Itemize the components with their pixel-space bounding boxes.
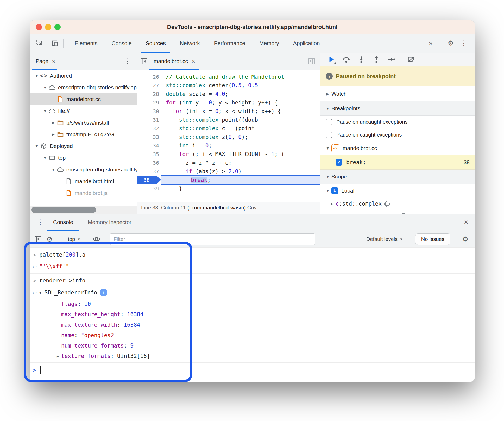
pause-exceptions-row[interactable]: Pause on caught exceptions (320, 128, 475, 141)
device-toolbar-icon[interactable] (50, 39, 59, 48)
console-output[interactable]: >palette[200].a‹·"'\\xff'">renderer->inf… (30, 247, 475, 382)
step-out-button[interactable] (372, 55, 381, 63)
checkbox-unchecked[interactable] (326, 132, 332, 138)
tree-item-authored[interactable]: ▼<>Authored (30, 70, 137, 82)
line-number[interactable]: 31 (137, 115, 162, 124)
console-sidebar-icon[interactable] (34, 235, 42, 244)
tab-elements[interactable]: Elements (68, 34, 105, 53)
tab-sources[interactable]: Sources (139, 34, 173, 53)
chevron-right-icon[interactable]: ▶ (54, 354, 61, 358)
console-property-row[interactable]: num_texture_formats: 9 (30, 340, 475, 351)
breakpoint-file-row[interactable]: ▼ <> mandelbrot.cc (320, 141, 475, 155)
wasm-source-link[interactable]: mandelbrot.wasm (203, 205, 244, 211)
drawer-tab-memory-inspector[interactable]: Memory Inspector (80, 214, 139, 231)
no-issues-button[interactable]: No Issues (415, 233, 450, 245)
line-number[interactable]: 29 (137, 98, 162, 107)
tree-item-top[interactable]: ▼top (30, 152, 137, 164)
tree-item-deployed[interactable]: ▼Deployed (30, 140, 137, 152)
chevron-right-icon[interactable]: ▶ (328, 202, 336, 206)
console-property-row[interactable]: name: "opengles2" (30, 330, 475, 340)
customize-menu-icon[interactable]: ⋮ (458, 40, 470, 47)
line-number[interactable]: 38 (137, 176, 161, 184)
scope-variable-row[interactable]: ▶c: std::complex (320, 197, 475, 210)
step-over-button[interactable] (342, 55, 351, 63)
tab-performance[interactable]: Performance (207, 34, 252, 53)
line-number[interactable]: 30 (137, 107, 162, 115)
scope-local-row[interactable]: ▼ L Local (320, 184, 475, 197)
line-number[interactable]: 25 (137, 70, 162, 72)
line-number[interactable]: 35 (137, 150, 162, 158)
chevron-right-icon[interactable]: ▶ (50, 132, 57, 137)
navigator-menu-icon[interactable]: ⋮ (124, 58, 131, 65)
horizontal-scrollbar-thumb[interactable] (32, 207, 96, 213)
tree-item-emscripten-dbg-stories-netlify-app[interactable]: ▼emscripten-dbg-stories.netlify.app (30, 82, 137, 93)
log-levels-selector[interactable]: Default levels (366, 236, 398, 242)
drawer-menu-icon[interactable]: ⋮ (37, 219, 44, 226)
code-editor[interactable]: 2526// Calculate and draw the Mandelbrot… (137, 70, 320, 202)
step-into-button[interactable] (357, 55, 366, 63)
tab-network[interactable]: Network (173, 34, 207, 53)
pause-exceptions-row[interactable]: Pause on uncaught exceptions (320, 116, 475, 128)
tree-item-b-s-w-ir-x-w-install[interactable]: ▶b/s/w/ir/x/w/install (30, 117, 137, 128)
chevron-down-icon[interactable]: ▼ (33, 74, 40, 78)
breakpoint-entry-row[interactable]: ✓ break; 38 (320, 155, 475, 170)
tree-item-emscripten-dbg-stories-netlify-app[interactable]: ▼emscripten-dbg-stories.netlify.app (30, 164, 137, 175)
line-number[interactable]: 26 (137, 72, 162, 81)
filter-input[interactable] (110, 233, 315, 245)
more-tabs-icon[interactable]: » (425, 40, 435, 47)
console-input-echo[interactable]: >renderer->info (30, 275, 475, 286)
live-expression-eye-icon[interactable] (92, 235, 101, 244)
resume-script-button[interactable] (327, 55, 336, 63)
line-number[interactable]: 36 (137, 158, 162, 167)
breakpoints-section-header[interactable]: ▼ Breakpoints (320, 101, 475, 116)
console-settings-gear-icon[interactable]: ⚙ (460, 236, 470, 243)
console-property-row[interactable]: max_texture_width: 16384 (30, 320, 475, 330)
chevron-down-icon[interactable]: ▼ (39, 291, 41, 295)
more-nav-tabs-icon[interactable]: » (48, 58, 59, 65)
toggle-navigator-icon[interactable] (140, 57, 148, 66)
settings-gear-icon[interactable]: ⚙ (444, 40, 458, 47)
chevron-right-icon[interactable]: ▶ (50, 121, 57, 125)
toggle-debugger-sidebar-icon[interactable] (307, 57, 316, 66)
tree-item-mandelbrot-html[interactable]: mandelbrot.html (30, 175, 137, 187)
line-number[interactable]: 32 (137, 124, 162, 133)
console-object-row[interactable]: ‹·▼SDL_RendererInfoi (30, 286, 475, 299)
tab-page[interactable]: Page (36, 58, 48, 64)
watch-section-header[interactable]: ▶ Watch (320, 86, 475, 101)
line-number[interactable]: 27 (137, 81, 162, 90)
tab-memory[interactable]: Memory (252, 34, 286, 53)
chevron-down-icon[interactable]: ▼ (41, 85, 49, 90)
console-property-row[interactable]: flags: 10 (30, 299, 475, 309)
context-selector[interactable]: top (68, 236, 75, 242)
line-number[interactable]: 34 (137, 141, 162, 150)
line-number[interactable]: 37 (137, 167, 162, 176)
chevron-down-icon[interactable]: ▼ (50, 168, 57, 172)
console-prompt[interactable]: > (30, 364, 475, 377)
tab-console[interactable]: Console (105, 34, 139, 53)
console-input-echo[interactable]: >palette[200].a (30, 249, 475, 261)
line-number[interactable]: 33 (137, 133, 162, 141)
inspect-element-icon[interactable] (36, 39, 45, 48)
chevron-down-icon[interactable]: ▼ (41, 109, 49, 113)
console-property-row[interactable]: max_texture_height: 16384 (30, 309, 475, 320)
step-button[interactable] (387, 55, 396, 63)
console-property-row[interactable]: ▶texture_formats: Uint32[16] (30, 351, 475, 361)
scope-variable-row[interactable]: ▶center: std::complex (320, 210, 475, 214)
drawer-tab-console[interactable]: Console (46, 214, 80, 231)
breakpoint-checkbox[interactable]: ✓ (336, 159, 342, 166)
close-tab-icon[interactable]: × (192, 58, 195, 65)
tree-item-mandelbrot-js[interactable]: mandelbrot.js (30, 187, 137, 199)
clear-console-icon[interactable]: ⊘ (42, 236, 57, 243)
line-number[interactable]: 39 (137, 184, 162, 193)
editor-tab[interactable]: mandelbrot.cc × (148, 53, 200, 70)
scope-section-header[interactable]: ▼ Scope (320, 170, 475, 184)
tree-item-tmp-tmp-elctq2yg[interactable]: ▶tmp/tmp.ELcTq2YG (30, 128, 137, 140)
memory-chip-icon[interactable] (384, 200, 390, 207)
tree-item-mandelbrot-cc[interactable]: mandelbrot.cc (30, 93, 137, 105)
console-result[interactable]: ‹·"'\\xff'" (30, 261, 475, 272)
tree-item-file-[interactable]: ▼file:// (30, 105, 137, 117)
deactivate-breakpoints-button[interactable] (407, 55, 415, 63)
checkbox-unchecked[interactable] (326, 119, 332, 125)
info-badge-icon[interactable]: i (100, 289, 107, 296)
close-drawer-icon[interactable]: × (464, 218, 468, 227)
